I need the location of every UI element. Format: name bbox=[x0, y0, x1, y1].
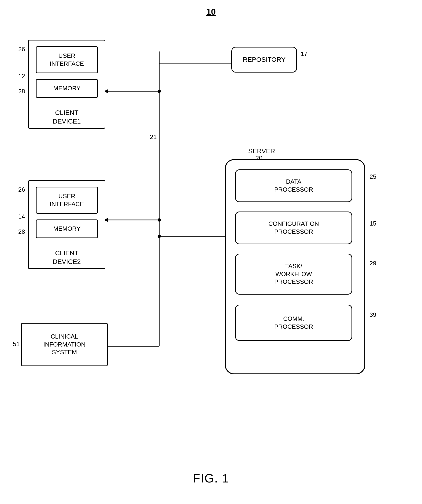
ref-21: 21 bbox=[150, 133, 157, 141]
server-outer-box: DATA PROCESSOR CONFIGURATION PROCESSOR T… bbox=[225, 159, 365, 374]
client-device2-outer: USER INTERFACE MEMORY CLIENT DEVICE2 bbox=[28, 180, 105, 269]
ref-26-1: 26 bbox=[18, 46, 25, 53]
ref-26-2: 26 bbox=[18, 186, 25, 193]
ref-51: 51 bbox=[13, 341, 20, 348]
ref-28-1: 28 bbox=[18, 88, 25, 95]
svg-point-5 bbox=[158, 90, 161, 93]
memory-1-label: MEMORY bbox=[53, 84, 80, 92]
task-processor-box: TASK/ WORKFLOW PROCESSOR bbox=[235, 254, 352, 294]
config-processor-label: CONFIGURATION PROCESSOR bbox=[268, 220, 319, 236]
user-interface-1-label: USER INTERFACE bbox=[50, 52, 84, 68]
ref-29: 29 bbox=[370, 260, 376, 267]
figure-caption: FIG. 1 bbox=[193, 471, 229, 485]
ref-17: 17 bbox=[301, 50, 307, 58]
ref-12: 12 bbox=[18, 72, 25, 80]
data-processor-label: DATA PROCESSOR bbox=[274, 178, 313, 194]
ref-14: 14 bbox=[18, 213, 25, 220]
ref-25: 25 bbox=[370, 173, 376, 180]
ref-15: 15 bbox=[370, 220, 376, 227]
comm-processor-box: COMM. PROCESSOR bbox=[235, 305, 352, 341]
ref-39: 39 bbox=[370, 311, 376, 318]
repository-box: REPOSITORY bbox=[231, 47, 297, 72]
memory-2-box: MEMORY bbox=[36, 219, 98, 238]
repository-label: REPOSITORY bbox=[243, 55, 286, 64]
ref-28-2: 28 bbox=[18, 228, 25, 235]
clinical-info-box: CLINICAL INFORMATION SYSTEM bbox=[21, 323, 108, 366]
server-label: SERVER bbox=[248, 147, 275, 155]
user-interface-2-box: USER INTERFACE bbox=[36, 187, 98, 214]
memory-2-label: MEMORY bbox=[53, 225, 80, 233]
client-device1-label: CLIENT DEVICE1 bbox=[29, 108, 105, 126]
client-device2-label: CLIENT DEVICE2 bbox=[29, 249, 105, 266]
clinical-info-label: CLINICAL INFORMATION SYSTEM bbox=[43, 333, 86, 356]
svg-point-11 bbox=[158, 235, 161, 238]
task-processor-label: TASK/ WORKFLOW PROCESSOR bbox=[274, 262, 313, 286]
memory-1-box: MEMORY bbox=[36, 79, 98, 98]
user-interface-2-label: USER INTERFACE bbox=[50, 192, 84, 208]
svg-point-8 bbox=[158, 218, 161, 222]
data-processor-box: DATA PROCESSOR bbox=[235, 169, 352, 202]
client-device1-outer: USER INTERFACE MEMORY CLIENT DEVICE1 bbox=[28, 40, 105, 129]
comm-processor-label: COMM. PROCESSOR bbox=[274, 315, 313, 331]
figure-number-top: 10 bbox=[206, 7, 216, 17]
config-processor-box: CONFIGURATION PROCESSOR bbox=[235, 211, 352, 244]
server-ref: 20 bbox=[255, 154, 263, 162]
user-interface-1-box: USER INTERFACE bbox=[36, 46, 98, 73]
